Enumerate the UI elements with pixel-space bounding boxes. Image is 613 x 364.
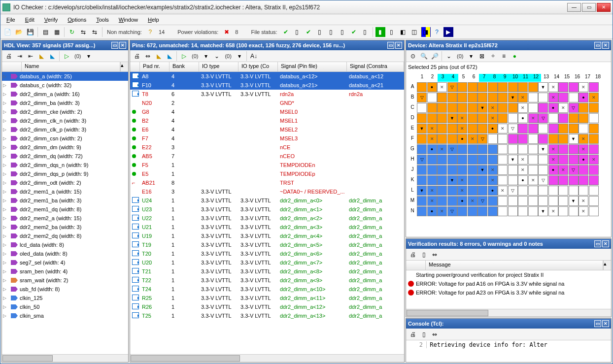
grid-cell[interactable] (477, 186, 487, 196)
grid-cell[interactable] (488, 113, 498, 123)
grid-cell[interactable] (579, 124, 588, 133)
pin-row[interactable]: G84MSEL0 (130, 107, 404, 116)
grid-cell[interactable] (579, 113, 588, 123)
pin-row[interactable]: E1633.3-V LVTTL~DATA0~ / RESERVED_... (130, 187, 404, 196)
grid-cell[interactable] (457, 103, 467, 113)
grid-col-hdr[interactable]: 5 (458, 74, 469, 82)
grid-cell[interactable] (477, 144, 487, 154)
verify-col-icon[interactable] (406, 261, 426, 270)
grid-cell[interactable] (427, 144, 437, 154)
grid-cell[interactable] (457, 175, 467, 185)
grid-cell[interactable] (569, 103, 579, 113)
grid-cell[interactable] (538, 165, 548, 175)
grid-cell[interactable] (477, 155, 487, 165)
grid-cell[interactable] (569, 155, 579, 165)
console-close-icon[interactable]: ✕ (602, 320, 609, 327)
device-box-icon[interactable]: ⊠ (477, 51, 487, 61)
grid-cell[interactable] (498, 82, 508, 92)
expand-icon[interactable]: ▷ (3, 242, 9, 247)
grid-cell[interactable] (417, 186, 427, 196)
grid-cell[interactable] (427, 196, 437, 206)
grid-cell[interactable] (569, 165, 579, 175)
grid-cell[interactable] (427, 175, 437, 185)
filter2-icon[interactable]: ◣ (47, 51, 57, 61)
save-icon[interactable]: 💾 (25, 27, 35, 37)
open-icon[interactable]: 📂 (14, 27, 24, 37)
grid-cell[interactable] (498, 93, 508, 102)
grid-row-hdr[interactable]: E (408, 123, 417, 133)
grid-cell[interactable] (468, 144, 477, 154)
grid-cell[interactable] (589, 196, 599, 206)
minimize-button[interactable]: — (567, 3, 581, 12)
filter1-icon[interactable]: ◣ (36, 51, 46, 61)
grid-cell[interactable] (508, 155, 518, 165)
grid-cell[interactable] (417, 82, 427, 92)
grid-col-hdr[interactable]: 1 (417, 74, 427, 82)
pins-close-icon[interactable]: ✕ (395, 42, 402, 49)
grid-row-hdr[interactable]: K (408, 175, 417, 185)
grid-col-hdr[interactable]: 8 (489, 74, 500, 82)
grid-cell[interactable] (558, 196, 568, 206)
pins-dd2-icon[interactable]: ▾ (235, 51, 244, 61)
hdl-col-name[interactable]: Name (22, 62, 120, 71)
pins-sort-icon[interactable]: A↓ (249, 51, 259, 61)
grid-cell[interactable] (457, 196, 467, 206)
grid-cell[interactable] (488, 196, 498, 206)
hdl-signal-row[interactable]: ▷ddr2_dimm_clk_n (width: 3) (2, 116, 128, 125)
verify-width-icon[interactable]: ⇔ (430, 250, 440, 260)
grid-cell[interactable] (498, 113, 508, 123)
grid-row-hdr[interactable]: F (408, 133, 417, 144)
menu-verify[interactable]: Verify (40, 16, 62, 24)
verify-close-icon[interactable]: ✕ (602, 240, 609, 247)
hdl-body[interactable]: ▷databus_a (width: 25)▷databus_c (width:… (2, 72, 128, 354)
grid-cell[interactable] (508, 134, 518, 144)
maximize-button[interactable]: ▭ (582, 3, 596, 12)
grid-cell[interactable] (468, 134, 477, 144)
grid-cell[interactable] (558, 175, 568, 185)
grid-cell[interactable] (538, 175, 548, 185)
grid-cell[interactable] (528, 103, 538, 113)
expand-icon[interactable]: ▷ (3, 180, 9, 185)
pin-row[interactable]: F1043.3-V LVTTL3.3-V LVTTLdatabus_a<21>d… (130, 81, 404, 90)
pins-filter1-icon[interactable]: ◣ (154, 51, 164, 61)
grid-cell[interactable] (457, 165, 467, 175)
grid-cell[interactable] (569, 124, 579, 133)
terminal-icon[interactable]: ▶ (443, 27, 453, 37)
grid-cell[interactable] (589, 134, 599, 144)
pin-row[interactable]: T1913.3-V LVTTL3.3-V LVTTLddr2_dimm_a<5>… (130, 240, 404, 249)
grid-cell[interactable] (548, 103, 558, 113)
grid-cell[interactable] (538, 82, 548, 92)
grid-row-hdr[interactable]: J (408, 165, 417, 175)
pin-row[interactable]: E223nCE (130, 143, 404, 152)
grid-cell[interactable] (468, 82, 477, 92)
check2-icon[interactable]: ✔ (304, 27, 313, 37)
hdl-signal-row[interactable]: ▷ddr2_mem1_a (width: 15) (2, 187, 128, 196)
pin-row[interactable]: ⌐AB218TRST (130, 178, 404, 187)
grid-cell[interactable] (468, 93, 477, 102)
grid-cell[interactable] (538, 113, 548, 123)
console-width-icon[interactable]: ⇔ (430, 330, 440, 339)
pin-row[interactable]: A843.3-V LVTTL3.3-V LVTTLdatabus_a<12>da… (130, 72, 404, 81)
expand-icon[interactable]: ▷ (3, 207, 9, 212)
grid-cell[interactable] (437, 82, 447, 92)
grid-cell[interactable] (417, 144, 427, 154)
grid-cell[interactable] (558, 186, 568, 196)
grid-cell[interactable] (498, 134, 508, 144)
filter3-icon[interactable]: ▷ (62, 51, 71, 61)
expand-icon[interactable]: ▷ (3, 216, 9, 221)
grid-cell[interactable] (569, 186, 579, 196)
device-restore-icon[interactable]: ▭ (594, 42, 601, 49)
hdl-signal-row[interactable]: ▷sram_wait (width: 2) (2, 276, 128, 285)
grid-col-hdr[interactable]: 7 (479, 74, 489, 82)
grid-cell[interactable] (548, 175, 558, 185)
verify-body[interactable]: Starting power/ground verification for p… (406, 270, 611, 309)
grid-cell[interactable] (447, 93, 457, 102)
pin-row[interactable]: AB57nCEO (130, 152, 404, 161)
pin-row[interactable]: T2413.3-V LVTTL3.3-V LVTTLddr2_dimm_a<10… (130, 285, 404, 294)
grid-cell[interactable] (457, 113, 467, 123)
hdl-signal-row[interactable]: ▷clkin_125 (2, 294, 128, 302)
hdl-signal-row[interactable]: ▷ddr2_dimm_dqs_p (width: 9) (2, 169, 128, 178)
grid-cell[interactable] (508, 206, 518, 216)
grid-cell[interactable] (437, 186, 447, 196)
grid-icon[interactable]: ▦ (52, 27, 62, 37)
